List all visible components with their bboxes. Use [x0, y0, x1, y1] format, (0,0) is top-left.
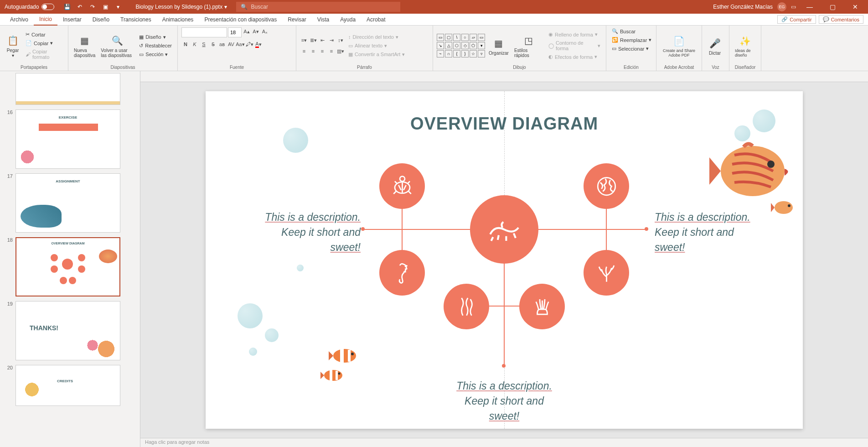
search-box[interactable]: 🔍 Buscar — [236, 2, 400, 12]
group-designer-label: Diseñador — [733, 64, 757, 70]
tab-animaciones[interactable]: Animaciones — [157, 14, 199, 26]
select-button[interactable]: ▭ Seleccionar ▾ — [610, 45, 651, 52]
diagram-circle-coral[interactable] — [584, 250, 629, 296]
clear-format-icon[interactable]: Aₓ — [261, 27, 269, 36]
numbering-icon[interactable]: ≣▾ — [309, 36, 317, 44]
indent-icon[interactable]: ⇥ — [327, 36, 336, 44]
svg-point-7 — [351, 353, 354, 355]
slideshow-icon[interactable]: ▣ — [102, 3, 109, 10]
cut-button[interactable]: ✂ Cortar — [24, 31, 64, 38]
quick-styles-button[interactable]: ◳Estilos rápidos — [512, 32, 545, 59]
slide-thumbnail-16[interactable]: EXERCISE — [16, 109, 120, 169]
bold-icon[interactable]: N — [181, 40, 190, 48]
tab-revisar[interactable]: Revisar — [282, 14, 312, 26]
save-icon[interactable]: 💾 — [63, 3, 71, 10]
slide-thumbnail-17[interactable]: ASSIGNMENT — [16, 173, 120, 233]
underline-icon[interactable]: S — [200, 40, 208, 48]
tab-inicio[interactable]: Inicio — [34, 14, 57, 26]
font-family-combo[interactable] — [181, 27, 227, 37]
replace-button[interactable]: 🔁 Reemplazar ▾ — [610, 36, 653, 44]
format-painter-button[interactable]: 🖌 Copiar formato — [24, 48, 64, 61]
current-slide[interactable]: OVERVIEW DIAGRAM — [206, 91, 803, 429]
diagram-circle-seaweed[interactable] — [444, 284, 489, 329]
reset-button[interactable]: ↺ Restablecer — [137, 42, 174, 50]
undo-icon[interactable]: ↶ — [76, 3, 83, 10]
shapes-gallery[interactable]: ▭▢\○▱▭ ↘△⬡◇⬠▾ ~∩{}☆▿ — [437, 34, 485, 57]
autosave-toggle[interactable]: Autoguardado — [0, 4, 59, 10]
line-spacing-icon[interactable]: ↕▾ — [336, 36, 345, 44]
tab-insertar[interactable]: Insertar — [57, 14, 87, 26]
slide-thumbnail-18[interactable]: OVERVIEW DIAGRAM — [16, 237, 120, 296]
description-bottom[interactable]: This is a description. Keep it short and… — [447, 379, 561, 424]
tab-archivo[interactable]: Archivo — [5, 14, 34, 26]
diagram-circle-anemone[interactable] — [519, 284, 565, 329]
tab-acrobat[interactable]: Acrobat — [361, 14, 391, 26]
diagram-circle-seahorse[interactable] — [379, 250, 425, 296]
bubble-deco — [249, 348, 257, 356]
outdent-icon[interactable]: ⇤ — [318, 36, 326, 44]
slide-title-text[interactable]: OVERVIEW DIAGRAM — [410, 114, 598, 134]
tab-presentacion[interactable]: Presentación con diapositivas — [199, 14, 282, 26]
minimize-button[interactable]: — — [801, 0, 819, 14]
description-right[interactable]: This is a description. Keep it short and… — [655, 210, 764, 255]
diagram-center-circle[interactable] — [470, 195, 538, 264]
tab-ayuda[interactable]: Ayuda — [335, 14, 361, 26]
font-color-icon[interactable]: A▾ — [254, 40, 263, 48]
slide-thumbnail-20[interactable]: CREDITS — [16, 365, 120, 406]
dictate-button[interactable]: 🎤Dictar — [706, 35, 724, 57]
design-ideas-button[interactable]: ✨Ideas de diseño — [733, 33, 757, 58]
group-editing-label: Edición — [610, 64, 652, 70]
description-left[interactable]: This is a description. Keep it short and… — [251, 210, 361, 255]
tab-vista[interactable]: Vista — [312, 14, 335, 26]
find-button[interactable]: 🔍 Buscar — [610, 27, 637, 35]
diagram-dot — [502, 364, 506, 368]
italic-icon[interactable]: K — [191, 40, 199, 48]
slide-thumbnail-19[interactable]: THANKS! — [16, 301, 120, 360]
smartart-button[interactable]: ▦ Convertir a SmartArt ▾ — [346, 51, 407, 58]
shadow-icon[interactable]: aʙ — [218, 40, 226, 48]
diagram-circle-turtle[interactable] — [379, 163, 425, 209]
svg-point-1 — [767, 161, 775, 168]
slide-canvas[interactable]: OVERVIEW DIAGRAM — [140, 82, 868, 438]
bullets-icon[interactable]: ≡▾ — [300, 36, 308, 44]
align-right-icon[interactable]: ≡ — [318, 47, 326, 55]
strikethrough-icon[interactable]: S̶ — [209, 40, 217, 48]
new-slide-button[interactable]: ▦Nueva diapositiva — [72, 32, 97, 59]
adobe-pdf-button[interactable]: 📄Create and Share Adobe PDF — [660, 33, 698, 58]
arrange-button[interactable]: ▦Organizar — [487, 35, 511, 57]
tab-transiciones[interactable]: Transiciones — [115, 14, 157, 26]
shape-effects-button[interactable]: ◐ Efectos de forma ▾ — [547, 53, 602, 61]
align-center-icon[interactable]: ≡ — [309, 47, 317, 55]
ribbon-options-icon[interactable]: ▭ — [791, 4, 796, 10]
paste-button[interactable]: 📋Pegar▾ — [4, 32, 22, 59]
maximize-button[interactable]: ▢ — [823, 0, 842, 14]
case-icon[interactable]: Aa▾ — [236, 40, 244, 48]
user-avatar[interactable]: EG — [777, 2, 786, 11]
layout-button[interactable]: ▦ Diseño ▾ — [137, 33, 174, 41]
columns-icon[interactable]: ▥▾ — [336, 47, 345, 55]
redo-icon[interactable]: ↷ — [89, 3, 96, 10]
grow-font-icon[interactable]: A▴ — [243, 27, 251, 36]
copy-button[interactable]: 📄 Copiar ▾ — [24, 39, 64, 47]
slide-thumbnails-panel[interactable]: 16 EXERCISE 17 ASSIGNMENT 18 OVERVIEW DI… — [0, 71, 129, 447]
tab-diseno[interactable]: Diseño — [87, 14, 115, 26]
reuse-slides-button[interactable]: 🔍Volver a usar las diapositivas — [99, 32, 135, 59]
justify-icon[interactable]: ≡ — [327, 47, 336, 55]
qat-dropdown-icon[interactable]: ▾ — [114, 3, 122, 10]
close-button[interactable]: ✕ — [846, 0, 864, 14]
text-direction-button[interactable]: ↕ Dirección del texto ▾ — [346, 33, 407, 41]
highlight-icon[interactable]: 🖍▾ — [245, 40, 253, 48]
shrink-font-icon[interactable]: A▾ — [252, 27, 260, 36]
notes-placeholder[interactable]: Haga clic para agregar notas — [140, 438, 868, 447]
diagram-circle-brain-coral[interactable] — [584, 163, 629, 209]
spacing-icon[interactable]: AV — [227, 40, 235, 48]
comments-button[interactable]: 💬 Comentarios — [819, 15, 863, 24]
shape-fill-button[interactable]: ◉ Relleno de forma ▾ — [547, 31, 602, 38]
font-size-combo[interactable]: 18 — [228, 27, 242, 37]
align-left-icon[interactable]: ≡ — [300, 47, 308, 55]
align-text-button[interactable]: ▭ Alinear texto ▾ — [346, 42, 407, 50]
share-button[interactable]: 🔗 Compartir — [777, 15, 816, 24]
shape-outline-button[interactable]: ◯ Contorno de forma ▾ — [547, 39, 602, 52]
slide-thumbnail-15[interactable] — [16, 73, 120, 105]
section-button[interactable]: ▭ Sección ▾ — [137, 51, 174, 58]
